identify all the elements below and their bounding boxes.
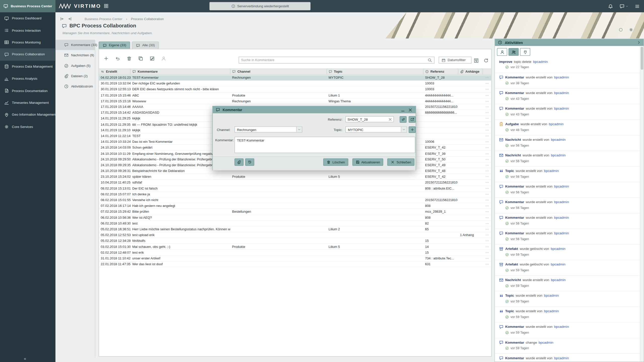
row-overflow-menu[interactable]: ⋯ [483, 146, 491, 150]
table-row[interactable]: 10.04.2018 11:40:25sdfsfaf20150721115622… [99, 180, 491, 186]
subnav-item-dateien-2[interactable]: Dateien (2) [55, 71, 95, 81]
user-link[interactable]: bpcadmin [551, 247, 566, 251]
row-overflow-menu[interactable]: ⋯ [483, 187, 491, 190]
activity-item[interactable]: Kommentarwurde erstellt vonbpcadminvor 5… [495, 198, 640, 213]
activity-item[interactable]: Kommentarwurde erstellt vonbpcadminvor 4… [495, 104, 640, 120]
user-link[interactable]: bpcadmin [544, 293, 559, 297]
user-link[interactable]: bpcadmin [554, 91, 569, 95]
row-overflow-menu[interactable]: ⋯ [483, 181, 491, 185]
sidebar-item-process-dashboard[interactable]: Process Dashboard [0, 12, 55, 24]
row-overflow-menu[interactable]: ⋯ [483, 82, 491, 85]
table-row[interactable]: 06.02.2018 10:56:36Wer ist AEQ?808⋯ [99, 215, 491, 221]
edit-comment-button[interactable] [148, 55, 156, 62]
nav-back-icon[interactable] [60, 16, 65, 21]
user-link[interactable]: bpcadmin [551, 138, 566, 142]
subnav-item-kommentare-33[interactable]: Kommentare (33) [55, 40, 95, 50]
activity-item[interactable]: Topicwurde erstellt vonbpcadminvor 59 Ta… [495, 291, 640, 307]
table-row[interactable]: 03.02.2018 15:01:30Mal schauen, obs geht… [99, 244, 491, 250]
row-overflow-menu[interactable]: ⋯ [483, 239, 491, 243]
row-overflow-menu[interactable]: ⋯ [483, 245, 491, 249]
table-row[interactable]: 05.02.2018 16:36:51Herr Liebe möchte sei… [99, 227, 491, 232]
column-header-channel[interactable]: Channel [230, 69, 327, 74]
row-overflow-menu[interactable]: ⋯ [483, 169, 491, 173]
user-link[interactable]: bpcadmin [554, 325, 569, 329]
app-switcher[interactable]: Business Process Center [0, 0, 55, 12]
delete-comment-button[interactable] [125, 55, 133, 62]
date-filter[interactable]: Datumsfilter [439, 57, 472, 64]
user-link[interactable]: bpcadmin [554, 356, 569, 360]
channel-select[interactable]: Rechnungen [234, 126, 302, 132]
activity-item[interactable]: Artefaktwurde gelöscht vonbpcadminvor 59… [495, 260, 640, 276]
sidebar-item-timeseries-management[interactable]: Timeseries Management [0, 97, 55, 109]
dialog-titlebar[interactable]: Kommentar [213, 106, 416, 113]
settings-gear-icon[interactable] [629, 27, 633, 32]
sidebar-item-geo-information-management[interactable]: Geo Information Management [0, 109, 55, 121]
table-row[interactable]: 08.02.2018 15:07:07Ich denke ja⋯ [99, 192, 491, 197]
activity-item[interactable]: Topicwurde erstellt vonbpcadminvor 59 Ta… [495, 307, 640, 323]
sidebar-item-process-data-management[interactable]: Process Data Management [0, 61, 55, 73]
sidebar-item-process-documentation[interactable]: Process Documentation [0, 85, 55, 97]
column-header-kommentare[interactable]: Kommentare [131, 69, 230, 74]
filter-system-button[interactable] [520, 48, 530, 56]
open-referenz-button[interactable] [409, 116, 416, 123]
table-row[interactable]: 07.02.2018 15:29:42Bitte prüfenBestellun… [99, 209, 491, 215]
clear-referenz-icon[interactable] [388, 117, 393, 122]
user-link[interactable]: bpcadmin [544, 169, 559, 173]
menu-icon[interactable] [634, 4, 640, 9]
bell-icon[interactable] [608, 4, 613, 9]
sidebar-item-process-analysis[interactable]: Process Analysis [0, 73, 55, 85]
column-header-anh-nge[interactable]: Anhänge [458, 69, 483, 74]
row-overflow-menu[interactable]: ⋯ [483, 140, 491, 144]
minimize-icon[interactable] [400, 107, 406, 112]
row-overflow-menu[interactable]: ⋯ [483, 88, 491, 92]
table-row[interactable]: 17.01.2019 15:15:46ABCProdukteLilium 144… [99, 93, 491, 98]
filter-own-button[interactable] [497, 48, 507, 56]
column-header-referenz[interactable]: Referenz [423, 69, 458, 74]
row-overflow-menu[interactable]: ⋯ [483, 198, 491, 202]
user-link[interactable]: bpcadmin [544, 309, 559, 313]
add-topic-button[interactable] [409, 126, 416, 133]
row-overflow-menu[interactable]: ⋯ [483, 128, 491, 132]
activity-item[interactable]: Nachrichtwurde erstellt vonbpcadminvor 5… [495, 276, 640, 291]
activities-scrollbar[interactable] [640, 46, 644, 362]
activity-item[interactable]: improvetopic deletebpcadminvor 22 Tagen [495, 58, 640, 73]
sidebar-item-process-interaction[interactable]: Process Interaction [0, 24, 55, 36]
attachment-button[interactable] [234, 158, 244, 166]
breadcrumb-current[interactable]: Process Collaboration [131, 17, 164, 21]
row-overflow-menu[interactable]: ⋯ [483, 262, 491, 266]
filter-all-users-button[interactable] [508, 48, 519, 56]
subnav-item-aktivit-tsstrom[interactable]: Aktivitätsstrom [55, 81, 95, 92]
row-overflow-menu[interactable]: ⋯ [483, 152, 491, 155]
refresh-button[interactable] [484, 58, 489, 65]
row-overflow-menu[interactable]: ⋯ [483, 221, 491, 225]
table-row[interactable]: 07.02.2018 16:17:14Hab ich gestern neu a… [99, 203, 491, 209]
row-overflow-menu[interactable]: ⋯ [483, 227, 491, 231]
row-overflow-menu[interactable]: ⋯ [483, 163, 491, 167]
activity-item[interactable]: Kommentarwurde erstellt vonbpcadminvor 5… [495, 229, 640, 245]
user-link[interactable]: bpcadmin [554, 184, 569, 188]
add-comment-button[interactable] [102, 55, 110, 62]
table-row[interactable]: 08.02.2018 15:01:55Verstehe ich nicht201… [99, 197, 491, 203]
close-button[interactable]: Schließen [387, 158, 414, 166]
sidebar-item-core-services[interactable]: Core Services [0, 121, 55, 133]
reply-button[interactable] [114, 55, 122, 62]
activity-item[interactable]: Kommentarwurde erstellt vonbpcadminvor 5… [495, 323, 640, 338]
table-row[interactable]: 04.02.2019 18:01:23TEST-KommentarRechnun… [99, 75, 491, 81]
row-overflow-menu[interactable]: ⋯ [483, 76, 491, 80]
row-overflow-menu[interactable]: ⋯ [483, 251, 491, 254]
history-button[interactable] [245, 158, 254, 166]
row-overflow-menu[interactable]: ⋯ [483, 105, 491, 109]
collapse-panel-icon[interactable] [637, 41, 641, 44]
user-link[interactable]: bpcadmin [549, 122, 564, 126]
search-icon[interactable] [428, 58, 432, 62]
activity-item[interactable]: Nachrichtwurde erstellt vonbpcadminvor 5… [495, 151, 640, 167]
table-row[interactable]: 30.01.2019 13:32:04Der richtige EIC wurd… [99, 81, 491, 87]
user-link[interactable]: bpcadmin [554, 200, 569, 204]
breadcrumb-root[interactable]: Business Process Center [85, 17, 122, 21]
user-link[interactable]: bpcadmin [551, 262, 566, 266]
link-referenz-button[interactable] [400, 116, 407, 123]
topic-select[interactable]: MYTOPIC [345, 126, 407, 132]
row-overflow-menu[interactable]: ⋯ [483, 122, 491, 126]
row-overflow-menu[interactable]: ⋯ [483, 204, 491, 208]
scrollbar-thumb[interactable] [641, 47, 643, 70]
